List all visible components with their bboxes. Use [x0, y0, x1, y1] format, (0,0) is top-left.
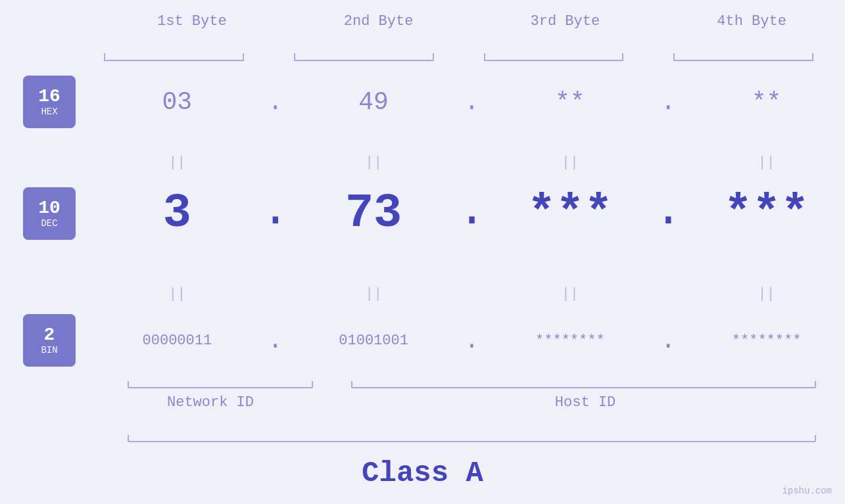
dec-dot-2: .	[452, 184, 492, 243]
hex-row: 16 HEX 03 . 49 . ** . **	[0, 76, 845, 128]
dec-val-1: 3	[99, 187, 256, 241]
bracket-byte4	[673, 45, 813, 61]
byte-header-2: 2nd Byte	[285, 13, 472, 30]
dec-val-2: 73	[295, 187, 452, 241]
dec-row: 10 DEC 3 . 73 . *** . ***	[0, 184, 845, 243]
hex-val-4: **	[688, 88, 845, 116]
bin-badge: 2 BIN	[23, 314, 76, 367]
byte-header-4: 4th Byte	[658, 13, 845, 30]
bracket-byte2	[294, 45, 434, 61]
equals-row-2: || || || ||	[0, 286, 845, 302]
hex-dot-1: .	[256, 88, 295, 116]
bin-dot-1: .	[256, 327, 295, 355]
bin-badge-cell: 2 BIN	[0, 314, 99, 367]
dec-dot-1: .	[256, 184, 295, 243]
bin-row: 2 BIN 00000011 . 01001001 . ******** . *…	[0, 314, 845, 367]
bracket-byte3	[484, 45, 624, 61]
top-brackets	[99, 45, 819, 61]
host-id-label: Host ID	[349, 394, 822, 411]
dec-dot-3: .	[648, 184, 688, 243]
bin-val-4: ********	[688, 332, 845, 349]
class-label-row: Class A	[0, 457, 845, 490]
equals-row-1: || || || ||	[0, 154, 845, 171]
hex-dot-2: .	[452, 88, 492, 116]
bin-val-3: ********	[492, 332, 649, 349]
dec-badge-cell: 10 DEC	[0, 187, 99, 240]
bin-dot-2: .	[452, 327, 492, 355]
hex-val-1: 03	[99, 88, 256, 116]
bin-val-1: 00000011	[99, 332, 256, 349]
hex-badge-cell: 16 HEX	[0, 76, 99, 128]
byte-header-3: 3rd Byte	[472, 13, 659, 30]
hex-val-2: 49	[295, 88, 452, 116]
bin-val-2: 01001001	[295, 332, 452, 349]
byte-header-1: 1st Byte	[99, 13, 285, 30]
byte-headers-row: 1st Byte 2nd Byte 3rd Byte 4th Byte	[0, 13, 845, 30]
dec-badge: 10 DEC	[23, 187, 76, 240]
hex-dot-3: .	[648, 88, 688, 116]
dec-val-3: ***	[492, 187, 649, 241]
watermark: ipshu.com	[782, 486, 832, 496]
bracket-byte1	[104, 45, 244, 61]
hex-val-3: **	[492, 88, 649, 116]
ip-diagram: 1st Byte 2nd Byte 3rd Byte 4th Byte	[0, 0, 845, 504]
hex-badge: 16 HEX	[23, 76, 76, 128]
network-id-label: Network ID	[99, 394, 322, 411]
bin-dot-3: .	[648, 327, 688, 355]
dec-val-4: ***	[688, 187, 845, 241]
